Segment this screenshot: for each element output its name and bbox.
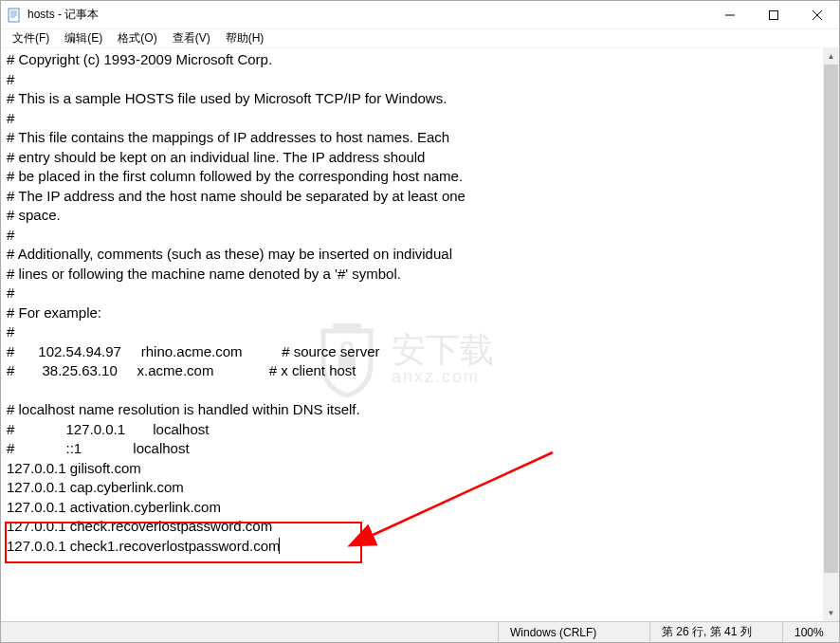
minimize-button[interactable] <box>708 1 752 28</box>
scrollbar-track[interactable] <box>823 64 839 605</box>
menubar: 文件(F) 编辑(E) 格式(O) 查看(V) 帮助(H) <box>1 29 839 48</box>
editor-content[interactable]: # Copyright (c) 1993-2009 Microsoft Corp… <box>1 48 839 558</box>
editor-area[interactable]: 安下载 anxz.com # Copyright (c) 1993-2009 M… <box>1 48 839 621</box>
status-position: 第 26 行, 第 41 列 <box>649 622 782 642</box>
vertical-scrollbar[interactable]: ▲ ▼ <box>823 48 839 621</box>
scrollbar-thumb[interactable] <box>824 64 838 573</box>
svg-rect-6 <box>770 10 778 19</box>
menu-view[interactable]: 查看(V) <box>165 28 218 48</box>
scroll-up-button[interactable]: ▲ <box>823 48 839 64</box>
menu-format[interactable]: 格式(O) <box>110 28 164 48</box>
titlebar: hosts - 记事本 <box>1 1 839 29</box>
menu-help[interactable]: 帮助(H) <box>218 28 272 48</box>
window-title: hosts - 记事本 <box>27 7 708 23</box>
notepad-icon <box>7 8 22 23</box>
menu-edit[interactable]: 编辑(E) <box>57 28 110 48</box>
scroll-down-button[interactable]: ▼ <box>823 605 839 621</box>
menu-file[interactable]: 文件(F) <box>5 28 57 48</box>
window-controls <box>708 1 839 28</box>
text-cursor <box>279 538 280 554</box>
status-encoding: Windows (CRLF) <box>498 622 649 642</box>
maximize-button[interactable] <box>752 1 795 28</box>
statusbar: Windows (CRLF) 第 26 行, 第 41 列 100% <box>1 621 839 642</box>
status-zoom: 100% <box>782 622 839 642</box>
close-button[interactable] <box>795 1 839 28</box>
